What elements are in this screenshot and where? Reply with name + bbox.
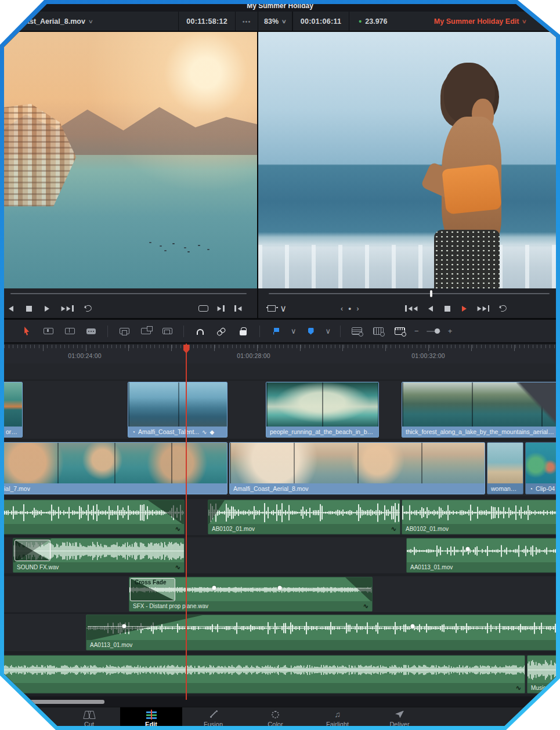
overwrite-clip-icon[interactable] (139, 325, 153, 338)
audio-waveform (1, 656, 525, 684)
fast-forward-icon[interactable] (61, 305, 74, 312)
timeline[interactable]: 01:00:24:0001:00:28:0001:00:32:00 orna..… (0, 344, 560, 696)
selection-mode-icon[interactable] (20, 325, 34, 338)
audio-track-a3[interactable]: Cross FadeSFX - Distant prop plane.wav∿ (0, 576, 560, 612)
crossfade-transition[interactable]: Cross Fade (130, 578, 175, 601)
audio-clip[interactable]: ∿ (0, 655, 525, 693)
volume-keyframe[interactable] (278, 586, 282, 590)
marker-icon[interactable] (304, 325, 318, 338)
timeline-playhead[interactable] (186, 344, 187, 700)
zoom-in-icon[interactable]: + (448, 325, 453, 338)
source-viewer[interactable] (0, 32, 258, 288)
audio-clip[interactable]: ∿ (0, 500, 185, 534)
insert-clip-icon[interactable] (117, 325, 131, 338)
loop-playback-icon[interactable] (198, 305, 208, 312)
audio-track-a1[interactable]: ∿AB0102_01.mov∿AB0102_01.mov (0, 499, 560, 535)
person-figure (406, 63, 533, 288)
stop-icon[interactable] (25, 306, 33, 312)
clip-curve-icon: ∿ (202, 429, 207, 435)
timeline-viewer[interactable] (258, 32, 560, 288)
video-clip[interactable]: ◔Amalfi_Coast_Talent...∿◆ (128, 382, 227, 438)
clip-name: AA0113_01.mov (90, 642, 132, 648)
position-lock-icon[interactable] (236, 325, 250, 338)
edit-toolbar: ∨∨−+ (0, 319, 560, 344)
clip-name: Clip-04 (536, 485, 555, 492)
chevron-down-icon[interactable]: ∨ (88, 19, 93, 24)
dynamic-trim-mode-icon[interactable] (63, 325, 77, 338)
fps-value: 23.976 (365, 17, 387, 26)
clip-name: SOUND FX.wav (17, 564, 59, 570)
video-clip[interactable]: ial_7.mov (0, 442, 227, 494)
scrub-playhead-thumb[interactable] (430, 290, 432, 297)
timeline-transport-controls (404, 305, 507, 312)
video-clip[interactable]: Amalfi_Coast_Aerial_8.mov (229, 442, 485, 494)
skip-forward-icon[interactable] (217, 305, 225, 312)
volume-keyframe[interactable] (212, 586, 216, 590)
reverse-play-icon[interactable] (427, 306, 435, 312)
volume-keyframe[interactable] (411, 624, 415, 628)
jog-control[interactable]: ‹ ● › (341, 305, 359, 313)
timeline-ruler[interactable]: 01:00:24:0001:00:28:0001:00:32:00 (0, 345, 560, 363)
video-clip[interactable]: people_running_at_the_beach_in_brig... (266, 382, 379, 438)
volume-keyframe[interactable] (466, 547, 470, 551)
linked-selection-icon[interactable] (215, 325, 229, 338)
viewer-options-button[interactable]: ••• (236, 18, 258, 25)
audio-clip[interactable]: AA0113_01.mov (86, 615, 560, 651)
fade-handle-box[interactable] (15, 540, 50, 561)
stop-icon[interactable] (443, 306, 451, 312)
loop-icon[interactable] (84, 305, 92, 312)
audio-clip[interactable]: SOUND FX.wav∿ (13, 538, 185, 573)
play-icon[interactable] (460, 306, 468, 312)
audio-waveform (407, 539, 559, 563)
viewer-zoom-select[interactable]: 83% ∨ (258, 12, 292, 31)
flag-icon[interactable] (269, 325, 283, 338)
clip-label: orna... (2, 427, 22, 437)
marker-dropdown-icon[interactable]: ∨ (326, 325, 331, 338)
audio-track-a2[interactable]: SOUND FX.wav∿AA0113_01.mov (0, 537, 560, 573)
audio-track-a4[interactable]: AA0113_01.mov (0, 614, 560, 651)
viewer-area (0, 32, 560, 288)
timeline-view-full-icon[interactable] (350, 325, 364, 338)
clip-thumbnail (266, 382, 378, 427)
volume-automation-line[interactable] (88, 626, 558, 627)
timeline-view-custom-icon[interactable] (393, 325, 407, 338)
blade-edit-mode-icon[interactable] (84, 325, 98, 338)
zoom-out-icon[interactable]: − (414, 325, 419, 338)
source-clip-name[interactable]: ast_Aerial_8.mov (26, 17, 85, 26)
video-clip[interactable]: ◔Clip-04 (525, 442, 560, 494)
replace-clip-icon[interactable] (160, 325, 174, 338)
play-icon[interactable] (43, 306, 51, 312)
video-clip[interactable]: woman_ridi... (487, 442, 523, 494)
video-track-v2[interactable]: orna...◔Amalfi_Coast_Talent...∿◆people_r… (0, 381, 560, 439)
audio-clip[interactable]: AB0102_01.mov∿ (208, 500, 400, 534)
flag-dropdown-icon[interactable]: ∨ (291, 325, 297, 338)
timeline-selector[interactable]: My Summer Holiday Edit ∨ (434, 17, 526, 26)
scrollbar-thumb[interactable] (1, 700, 104, 704)
loop-icon[interactable] (498, 305, 507, 312)
go-to-last-frame-icon[interactable] (477, 305, 490, 312)
zoom-slider-icon[interactable] (427, 325, 440, 338)
snapping-icon[interactable] (193, 325, 207, 338)
audio-clip[interactable]: Cross FadeSFX - Distant prop plane.wav∿ (129, 577, 373, 612)
video-track-v3[interactable] (0, 363, 560, 380)
video-track-v1[interactable]: ial_7.movAmalfi_Coast_Aerial_8.movwoman_… (0, 441, 560, 496)
audio-track-a5[interactable]: ∿Music S (0, 655, 560, 694)
volume-keyframe[interactable] (122, 624, 127, 628)
go-to-first-frame-icon[interactable] (404, 305, 418, 312)
trim-edit-mode-icon[interactable] (41, 325, 55, 338)
timeline-scrub-bar[interactable] (269, 293, 550, 294)
reverse-play-icon[interactable] (7, 306, 15, 312)
page-fusion-icon (209, 710, 218, 719)
transform-crop-icon[interactable] (268, 305, 276, 312)
timeline-scrollbar[interactable] (0, 696, 560, 707)
video-clip[interactable]: orna... (2, 382, 23, 438)
clip-label: ial_7.mov (1, 483, 227, 494)
crop-dropdown-icon[interactable]: ∨ (279, 303, 287, 314)
timeline-view-detail-icon[interactable] (371, 325, 385, 338)
audio-clip[interactable]: AB0102_01.mov (402, 500, 560, 534)
audio-clip[interactable]: Music S (527, 655, 560, 693)
audio-clip[interactable]: AA0113_01.mov (406, 538, 560, 573)
video-clip[interactable]: thick_forest_along_a_lake_by_the_mountai… (402, 382, 559, 438)
skip-backward-icon[interactable] (234, 305, 242, 312)
source-scrub-bar[interactable] (10, 293, 247, 294)
